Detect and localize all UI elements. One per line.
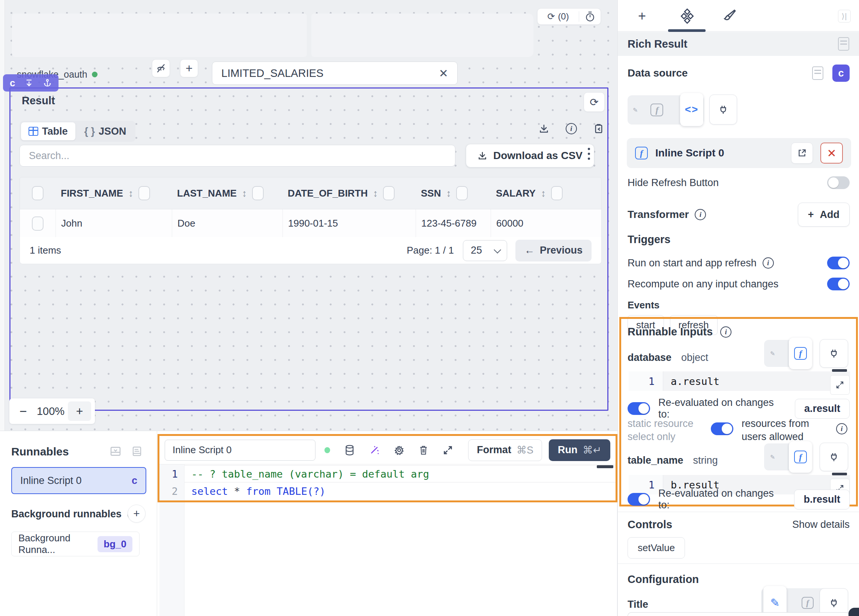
info-icon[interactable]: i [762, 257, 774, 269]
connect-mode-button[interactable] [820, 339, 848, 367]
add-background-runnable-button[interactable]: + [128, 505, 145, 522]
tab-insert[interactable]: + [638, 8, 646, 24]
runnable-item-inline-script-0[interactable]: Inline Script 0 c [11, 467, 146, 494]
add-transformer-button[interactable]: + Add [798, 203, 850, 227]
column-checkbox[interactable] [138, 186, 150, 200]
cell-date-of-birth[interactable]: 1990-01-15 [283, 210, 415, 238]
move-down-icon[interactable] [25, 78, 33, 88]
info-icon[interactable]: i [566, 123, 577, 134]
horizontal-scrollbar[interactable] [597, 465, 613, 468]
info-icon[interactable]: i [720, 327, 731, 338]
tab-styles[interactable] [722, 8, 737, 24]
sort-icon[interactable]: ↕ [128, 188, 133, 199]
tab-components[interactable] [679, 8, 695, 24]
app-canvas[interactable]: ⟳ (0) snowflake_oauth + ✕ c [0, 0, 617, 431]
docs-icon[interactable] [838, 37, 849, 51]
code-line-1[interactable]: 1 -- ? table_name (varchar) = default ar… [159, 465, 615, 482]
connect-mode-button[interactable] [820, 588, 848, 616]
sort-icon[interactable]: ↕ [541, 188, 546, 199]
sort-icon[interactable]: ↕ [242, 188, 247, 199]
page-size-select[interactable]: 25 [463, 240, 507, 261]
column-checkbox[interactable] [456, 186, 468, 200]
column-header[interactable]: SALARY ↕ [490, 177, 602, 209]
download-csv-button[interactable]: Download as CSV [466, 144, 594, 167]
database-button[interactable] [344, 444, 355, 456]
function-mode-button[interactable]: f [801, 597, 814, 609]
code-editor-body[interactable] [158, 502, 617, 616]
table-name-field[interactable]: ✕ [212, 61, 458, 85]
collapse-panel-button[interactable]: ⟩| [838, 10, 851, 22]
add-component-button[interactable]: + [180, 59, 198, 77]
previous-page-button[interactable]: ← Previous [515, 240, 592, 261]
history-timer-button[interactable] [579, 11, 601, 22]
cell-last-name[interactable]: Doe [172, 210, 283, 238]
tab-table[interactable]: Table [21, 122, 75, 140]
format-button[interactable]: Format ⌘S [468, 439, 542, 461]
ai-assist-button[interactable] [369, 445, 380, 455]
hide-refresh-toggle[interactable] [827, 176, 850, 189]
table-row[interactable]: John Doe 1990-01-15 123-45-6789 60000 [20, 209, 601, 238]
static-mode-button-active[interactable]: ✎ [763, 586, 787, 616]
rich-result-component[interactable]: Result ⟳ Table { } JSON i [9, 88, 608, 411]
expand-expression-button[interactable] [830, 375, 850, 395]
static-mode-button[interactable]: ✎ [770, 350, 775, 357]
script-name-field[interactable]: Inline Script 0 [165, 440, 315, 461]
connect-mode-button[interactable] [709, 95, 737, 125]
reeval-toggle[interactable] [628, 493, 650, 506]
zoom-in-button[interactable]: + [68, 402, 91, 421]
column-checkbox[interactable] [383, 186, 395, 200]
open-script-button[interactable] [791, 142, 813, 164]
function-mode-button-active[interactable]: f [789, 441, 812, 473]
component-id-badge[interactable]: c [832, 64, 850, 82]
expand-editor-button[interactable] [443, 445, 453, 455]
cell-first-name[interactable]: John [56, 210, 172, 238]
remove-script-button[interactable]: ✕ [820, 142, 843, 164]
table-search-field[interactable] [20, 145, 455, 167]
table-more-menu[interactable] [585, 148, 593, 160]
input-database-expression[interactable]: 1 a.result [629, 371, 850, 391]
table-search-input[interactable] [29, 150, 446, 162]
info-icon[interactable]: i [836, 423, 847, 435]
recompute-toggle[interactable] [827, 278, 850, 290]
toggle-visibility-button[interactable] [152, 59, 170, 77]
zoom-out-button[interactable]: − [13, 404, 33, 419]
column-header[interactable]: DATE_OF_BIRTH ↕ [283, 177, 415, 209]
refresh-all-button[interactable]: ⟳ (0) [537, 11, 579, 22]
run-on-start-toggle[interactable] [827, 256, 850, 269]
connect-mode-button[interactable] [820, 443, 848, 471]
cell-salary[interactable]: 60000 [490, 210, 602, 238]
reeval-target-chip[interactable]: a.result [795, 399, 850, 419]
data-source-script-row[interactable]: f Inline Script 0 ✕ [627, 138, 851, 168]
delete-button[interactable] [419, 445, 428, 455]
copy-to-clipboard-icon[interactable] [593, 124, 604, 134]
tab-json[interactable]: { } JSON [77, 122, 134, 140]
select-all-checkbox[interactable] [32, 186, 44, 200]
list-view-icon[interactable] [131, 445, 142, 457]
static-mode-button[interactable]: ✎ [633, 106, 638, 114]
run-button[interactable]: Run ⌘↵ [549, 439, 610, 461]
result-refresh-button[interactable]: ⟳ [584, 92, 605, 112]
cell-ssn[interactable]: 123-45-6789 [415, 210, 490, 238]
reeval-toggle[interactable] [628, 402, 650, 415]
sort-icon[interactable]: ↕ [446, 188, 451, 199]
clear-icon[interactable]: ✕ [439, 67, 448, 80]
function-mode-button[interactable]: f [650, 103, 663, 116]
widget-placeholder-2[interactable] [311, 14, 533, 57]
reeval-target-chip[interactable]: b.result [794, 489, 850, 510]
settings-button[interactable] [394, 445, 405, 455]
anchor-icon[interactable] [43, 78, 52, 88]
collapse-panel-icon[interactable] [109, 445, 122, 457]
table-name-input[interactable] [221, 67, 439, 80]
column-checkbox[interactable] [252, 186, 264, 200]
title-input-field[interactable] [628, 612, 850, 616]
info-icon[interactable]: i [695, 209, 706, 220]
column-header[interactable]: SSN ↕ [415, 177, 490, 209]
row-checkbox[interactable] [32, 216, 44, 231]
column-header[interactable]: FIRST_NAME ↕ [56, 177, 172, 209]
control-chip-setvalue[interactable]: setValue [628, 537, 685, 558]
function-mode-button-active[interactable]: f [789, 338, 812, 369]
resources-from-users-toggle[interactable] [711, 422, 733, 435]
code-line-2[interactable]: 2 select * from TABLE(?) [159, 482, 615, 500]
component-selection-chip[interactable]: c [3, 74, 59, 92]
sort-icon[interactable]: ↕ [373, 188, 378, 199]
